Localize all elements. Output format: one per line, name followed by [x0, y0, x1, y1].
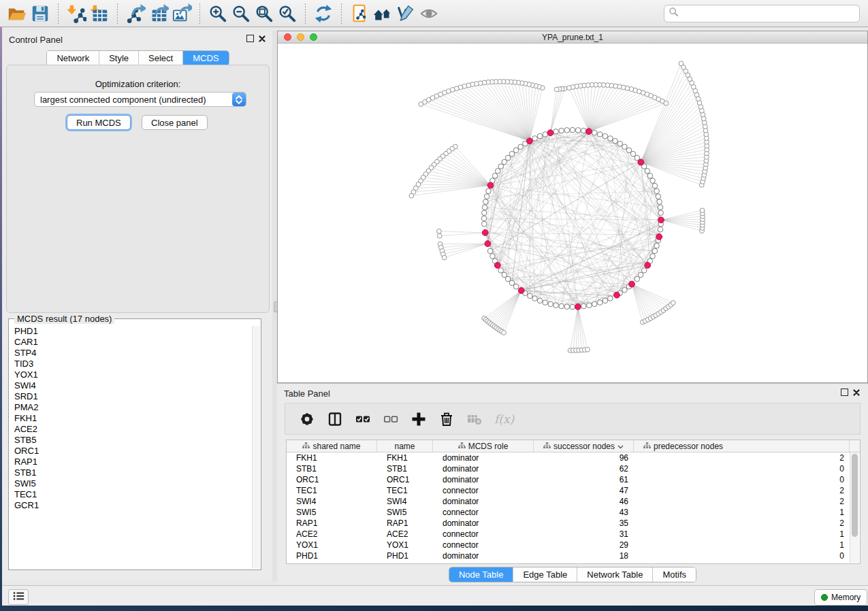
- apply-layout-icon[interactable]: [312, 3, 335, 24]
- mcds-result-node[interactable]: SWI5: [10, 478, 253, 489]
- cell-mcds_role[interactable]: dominator: [433, 475, 534, 484]
- cell-predecessor_nodes[interactable]: 2: [634, 453, 850, 463]
- mcds-result-node[interactable]: STP4: [10, 348, 253, 359]
- cell-successor_nodes[interactable]: 62: [534, 464, 634, 474]
- mcds-result-node[interactable]: STB1: [10, 467, 253, 478]
- cell-successor_nodes[interactable]: 96: [534, 453, 634, 463]
- task-history-button[interactable]: [8, 589, 29, 605]
- column-header-predecessor-nodes[interactable]: predecessor nodes: [634, 440, 850, 452]
- cell-shared_name[interactable]: STB1: [287, 464, 377, 474]
- network-canvas[interactable]: [278, 44, 867, 382]
- cell-mcds_role[interactable]: connector: [433, 508, 534, 517]
- cell-predecessor_nodes[interactable]: 1: [634, 529, 850, 539]
- table-row[interactable]: YOX1YOX1connector291: [287, 540, 860, 550]
- cell-name[interactable]: SWI5: [377, 508, 433, 517]
- cell-predecessor_nodes[interactable]: 0: [634, 551, 850, 561]
- column-header-shared-name[interactable]: shared name: [287, 440, 377, 452]
- cell-shared_name[interactable]: TEC1: [287, 486, 377, 495]
- cell-shared_name[interactable]: ORC1: [287, 475, 377, 484]
- cell-predecessor_nodes[interactable]: 2: [634, 486, 850, 495]
- mcds-result-node[interactable]: PMA2: [10, 402, 253, 413]
- zoom-selected-icon[interactable]: [276, 3, 299, 24]
- table-row[interactable]: SWI4SWI4dominator462: [287, 496, 860, 507]
- memory-button[interactable]: Memory: [814, 589, 867, 606]
- cell-predecessor_nodes[interactable]: 2: [634, 518, 850, 528]
- table-tab-edge-table[interactable]: Edge Table: [513, 567, 577, 582]
- table-row[interactable]: FKH1FKH1dominator962: [287, 452, 860, 463]
- control-tab-network[interactable]: Network: [47, 51, 99, 65]
- zoom-out-icon[interactable]: [229, 3, 253, 24]
- control-tab-style[interactable]: Style: [99, 51, 139, 65]
- cell-predecessor_nodes[interactable]: 1: [634, 508, 850, 517]
- table-row[interactable]: ACE2ACE2connector311: [287, 529, 860, 540]
- table-row[interactable]: TEC1TEC1connector472: [287, 485, 860, 496]
- cell-successor_nodes[interactable]: 43: [534, 508, 634, 517]
- mcds-result-node[interactable]: RAP1: [10, 457, 253, 467]
- cell-mcds_role[interactable]: dominator: [433, 464, 534, 474]
- cell-name[interactable]: YOX1: [377, 540, 433, 550]
- cell-shared_name[interactable]: SWI5: [287, 508, 377, 517]
- cell-shared_name[interactable]: SWI4: [287, 497, 377, 506]
- cell-mcds_role[interactable]: dominator: [433, 518, 534, 528]
- column-header-name[interactable]: name: [377, 440, 433, 452]
- cell-successor_nodes[interactable]: 35: [534, 518, 634, 528]
- mcds-result-node[interactable]: ORC1: [10, 446, 253, 457]
- mcds-result-node[interactable]: FKH1: [10, 413, 253, 424]
- cell-shared_name[interactable]: RAP1: [287, 518, 377, 528]
- cell-successor_nodes[interactable]: 18: [534, 551, 634, 561]
- close-table-panel-icon[interactable]: [853, 389, 860, 396]
- export-table-icon[interactable]: [147, 3, 170, 24]
- cell-mcds_role[interactable]: dominator: [433, 497, 534, 506]
- cell-name[interactable]: STB1: [377, 464, 433, 474]
- cell-successor_nodes[interactable]: 46: [534, 497, 634, 506]
- table-row[interactable]: ORC1ORC1dominator610: [287, 474, 860, 485]
- control-tab-select[interactable]: Select: [139, 51, 183, 65]
- mcds-result-node[interactable]: STB5: [10, 435, 253, 446]
- criterion-dropdown[interactable]: largest connected component (undirected): [34, 92, 246, 107]
- mcds-result-node[interactable]: ACE2: [10, 424, 253, 435]
- mcds-result-node[interactable]: GCR1: [10, 500, 253, 511]
- cell-mcds_role[interactable]: connector: [433, 529, 534, 539]
- search-input[interactable]: [679, 8, 855, 19]
- zoom-in-icon[interactable]: [206, 3, 229, 24]
- cell-name[interactable]: ACE2: [377, 529, 433, 539]
- cell-successor_nodes[interactable]: 61: [534, 475, 634, 484]
- close-panel-icon[interactable]: [259, 35, 266, 42]
- cell-name[interactable]: SWI4: [377, 497, 433, 506]
- table-tab-node-table[interactable]: Node Table: [449, 567, 514, 582]
- import-network-icon[interactable]: [65, 3, 88, 24]
- cell-name[interactable]: TEC1: [377, 486, 433, 495]
- import-table-icon[interactable]: [88, 3, 111, 24]
- cell-name[interactable]: PHD1: [377, 551, 433, 561]
- add-column-icon[interactable]: [411, 411, 427, 427]
- cell-shared_name[interactable]: PHD1: [287, 551, 377, 561]
- column-visibility-icon[interactable]: [327, 411, 343, 427]
- mcds-result-node[interactable]: CAR1: [10, 337, 253, 348]
- vizmapper-icon[interactable]: [394, 3, 417, 24]
- run-mcds-button[interactable]: Run MCDS: [67, 115, 131, 130]
- table-row[interactable]: PHD1PHD1dominator180: [287, 550, 860, 561]
- mcds-result-node[interactable]: SRD1: [10, 391, 253, 402]
- cell-mcds_role[interactable]: dominator: [433, 551, 534, 561]
- close-panel-button[interactable]: Close panel: [142, 115, 208, 130]
- cell-mcds_role[interactable]: dominator: [433, 453, 534, 463]
- cell-name[interactable]: FKH1: [377, 453, 433, 463]
- cell-shared_name[interactable]: FKH1: [287, 453, 377, 463]
- control-tab-mcds[interactable]: MCDS: [183, 51, 228, 65]
- mcds-result-scrollbar[interactable]: [252, 326, 260, 569]
- cell-name[interactable]: ORC1: [377, 475, 433, 484]
- cell-predecessor_nodes[interactable]: 0: [634, 475, 850, 484]
- table-row[interactable]: STB1STB1dominator620: [287, 463, 860, 474]
- export-image-icon[interactable]: [170, 3, 193, 24]
- mcds-result-node[interactable]: SWI4: [10, 380, 253, 391]
- table-tab-motifs[interactable]: Motifs: [653, 567, 696, 582]
- export-network-icon[interactable]: [124, 3, 147, 24]
- deselect-all-rows-icon[interactable]: [383, 411, 399, 427]
- mcds-result-node[interactable]: TID3: [10, 359, 253, 369]
- cell-successor_nodes[interactable]: 29: [534, 540, 634, 550]
- cell-shared_name[interactable]: ACE2: [287, 529, 377, 539]
- cell-shared_name[interactable]: YOX1: [287, 540, 377, 550]
- table-scrollbar-thumb[interactable]: [852, 454, 858, 537]
- float-panel-icon[interactable]: [246, 35, 254, 42]
- open-file-icon[interactable]: [5, 3, 29, 24]
